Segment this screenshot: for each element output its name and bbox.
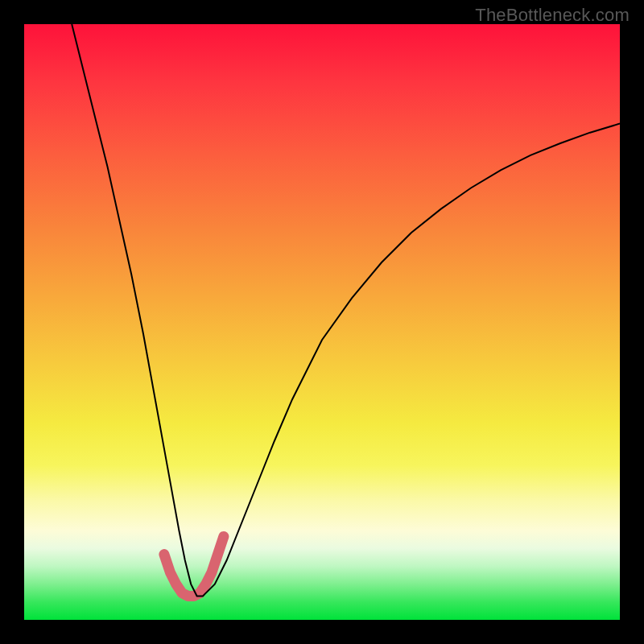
curve-layer (24, 24, 620, 620)
bottleneck-curve (72, 24, 620, 596)
bottom-highlight (164, 536, 224, 596)
chart-frame: TheBottleneck.com (0, 0, 644, 644)
watermark-text: TheBottleneck.com (475, 5, 630, 26)
plot-area (24, 24, 620, 620)
